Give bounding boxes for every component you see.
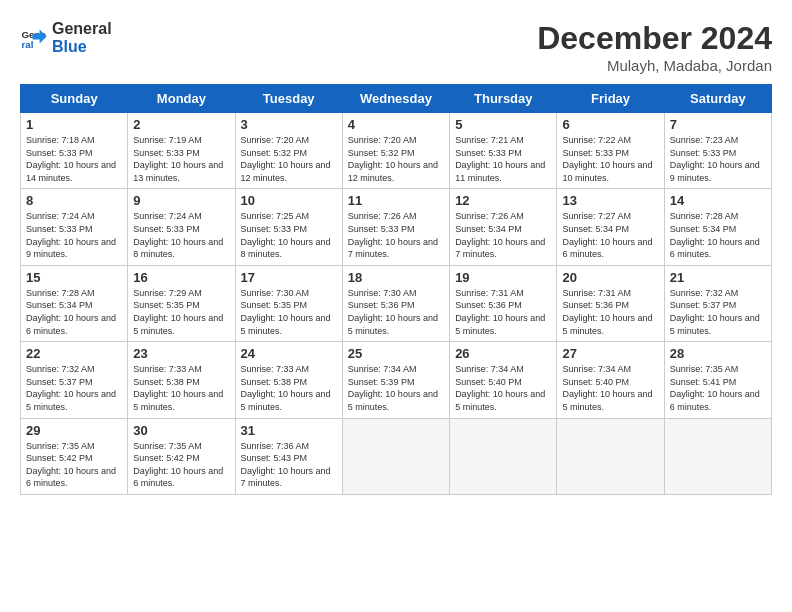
- weekday-header-monday: Monday: [128, 85, 235, 113]
- weekday-header-saturday: Saturday: [664, 85, 771, 113]
- calendar-cell: 12 Sunrise: 7:26 AMSunset: 5:34 PMDaylig…: [450, 189, 557, 265]
- weekday-header-friday: Friday: [557, 85, 664, 113]
- day-number: 9: [133, 193, 229, 208]
- calendar-cell: 5 Sunrise: 7:21 AMSunset: 5:33 PMDayligh…: [450, 113, 557, 189]
- day-info: Sunrise: 7:33 AMSunset: 5:38 PMDaylight:…: [133, 363, 229, 413]
- calendar-cell: 26 Sunrise: 7:34 AMSunset: 5:40 PMDaylig…: [450, 342, 557, 418]
- calendar-cell: [450, 418, 557, 494]
- day-number: 11: [348, 193, 444, 208]
- logo-line1: General: [52, 20, 112, 38]
- day-number: 25: [348, 346, 444, 361]
- day-number: 1: [26, 117, 122, 132]
- day-info: Sunrise: 7:24 AMSunset: 5:33 PMDaylight:…: [133, 210, 229, 260]
- day-info: Sunrise: 7:28 AMSunset: 5:34 PMDaylight:…: [670, 210, 766, 260]
- svg-text:ral: ral: [21, 38, 33, 49]
- day-info: Sunrise: 7:23 AMSunset: 5:33 PMDaylight:…: [670, 134, 766, 184]
- calendar-cell: 6 Sunrise: 7:22 AMSunset: 5:33 PMDayligh…: [557, 113, 664, 189]
- day-info: Sunrise: 7:24 AMSunset: 5:33 PMDaylight:…: [26, 210, 122, 260]
- day-info: Sunrise: 7:26 AMSunset: 5:33 PMDaylight:…: [348, 210, 444, 260]
- calendar-cell: 14 Sunrise: 7:28 AMSunset: 5:34 PMDaylig…: [664, 189, 771, 265]
- day-info: Sunrise: 7:33 AMSunset: 5:38 PMDaylight:…: [241, 363, 337, 413]
- day-number: 8: [26, 193, 122, 208]
- day-number: 27: [562, 346, 658, 361]
- calendar-cell: 27 Sunrise: 7:34 AMSunset: 5:40 PMDaylig…: [557, 342, 664, 418]
- day-info: Sunrise: 7:28 AMSunset: 5:34 PMDaylight:…: [26, 287, 122, 337]
- calendar-cell: 30 Sunrise: 7:35 AMSunset: 5:42 PMDaylig…: [128, 418, 235, 494]
- day-info: Sunrise: 7:31 AMSunset: 5:36 PMDaylight:…: [455, 287, 551, 337]
- day-info: Sunrise: 7:30 AMSunset: 5:35 PMDaylight:…: [241, 287, 337, 337]
- calendar-cell: 11 Sunrise: 7:26 AMSunset: 5:33 PMDaylig…: [342, 189, 449, 265]
- calendar-cell: 17 Sunrise: 7:30 AMSunset: 5:35 PMDaylig…: [235, 265, 342, 341]
- day-number: 3: [241, 117, 337, 132]
- day-info: Sunrise: 7:21 AMSunset: 5:33 PMDaylight:…: [455, 134, 551, 184]
- calendar-week-3: 15 Sunrise: 7:28 AMSunset: 5:34 PMDaylig…: [21, 265, 772, 341]
- day-info: Sunrise: 7:27 AMSunset: 5:34 PMDaylight:…: [562, 210, 658, 260]
- calendar-cell: 1 Sunrise: 7:18 AMSunset: 5:33 PMDayligh…: [21, 113, 128, 189]
- page-header: Gene ral General Blue December 2024 Mula…: [20, 20, 772, 74]
- day-info: Sunrise: 7:22 AMSunset: 5:33 PMDaylight:…: [562, 134, 658, 184]
- calendar-cell: 20 Sunrise: 7:31 AMSunset: 5:36 PMDaylig…: [557, 265, 664, 341]
- calendar-cell: 9 Sunrise: 7:24 AMSunset: 5:33 PMDayligh…: [128, 189, 235, 265]
- day-number: 28: [670, 346, 766, 361]
- calendar-cell: [342, 418, 449, 494]
- day-number: 7: [670, 117, 766, 132]
- day-info: Sunrise: 7:34 AMSunset: 5:40 PMDaylight:…: [455, 363, 551, 413]
- logo-line2: Blue: [52, 38, 112, 56]
- day-info: Sunrise: 7:20 AMSunset: 5:32 PMDaylight:…: [241, 134, 337, 184]
- day-number: 5: [455, 117, 551, 132]
- calendar-cell: 3 Sunrise: 7:20 AMSunset: 5:32 PMDayligh…: [235, 113, 342, 189]
- calendar-cell: 7 Sunrise: 7:23 AMSunset: 5:33 PMDayligh…: [664, 113, 771, 189]
- day-number: 19: [455, 270, 551, 285]
- day-info: Sunrise: 7:35 AMSunset: 5:42 PMDaylight:…: [133, 440, 229, 490]
- day-number: 31: [241, 423, 337, 438]
- day-info: Sunrise: 7:34 AMSunset: 5:40 PMDaylight:…: [562, 363, 658, 413]
- day-number: 30: [133, 423, 229, 438]
- calendar-cell: 2 Sunrise: 7:19 AMSunset: 5:33 PMDayligh…: [128, 113, 235, 189]
- day-info: Sunrise: 7:30 AMSunset: 5:36 PMDaylight:…: [348, 287, 444, 337]
- calendar-title: December 2024: [537, 20, 772, 57]
- day-info: Sunrise: 7:35 AMSunset: 5:41 PMDaylight:…: [670, 363, 766, 413]
- day-info: Sunrise: 7:34 AMSunset: 5:39 PMDaylight:…: [348, 363, 444, 413]
- logo: Gene ral General Blue: [20, 20, 112, 55]
- day-info: Sunrise: 7:26 AMSunset: 5:34 PMDaylight:…: [455, 210, 551, 260]
- day-info: Sunrise: 7:31 AMSunset: 5:36 PMDaylight:…: [562, 287, 658, 337]
- calendar-cell: 28 Sunrise: 7:35 AMSunset: 5:41 PMDaylig…: [664, 342, 771, 418]
- calendar-cell: 31 Sunrise: 7:36 AMSunset: 5:43 PMDaylig…: [235, 418, 342, 494]
- day-number: 10: [241, 193, 337, 208]
- calendar-week-1: 1 Sunrise: 7:18 AMSunset: 5:33 PMDayligh…: [21, 113, 772, 189]
- day-info: Sunrise: 7:25 AMSunset: 5:33 PMDaylight:…: [241, 210, 337, 260]
- day-info: Sunrise: 7:19 AMSunset: 5:33 PMDaylight:…: [133, 134, 229, 184]
- day-number: 22: [26, 346, 122, 361]
- calendar-cell: 21 Sunrise: 7:32 AMSunset: 5:37 PMDaylig…: [664, 265, 771, 341]
- weekday-header-wednesday: Wednesday: [342, 85, 449, 113]
- calendar-cell: 25 Sunrise: 7:34 AMSunset: 5:39 PMDaylig…: [342, 342, 449, 418]
- day-number: 16: [133, 270, 229, 285]
- day-number: 29: [26, 423, 122, 438]
- calendar-cell: [664, 418, 771, 494]
- calendar-cell: 13 Sunrise: 7:27 AMSunset: 5:34 PMDaylig…: [557, 189, 664, 265]
- weekday-header-tuesday: Tuesday: [235, 85, 342, 113]
- day-number: 23: [133, 346, 229, 361]
- day-number: 14: [670, 193, 766, 208]
- calendar-week-4: 22 Sunrise: 7:32 AMSunset: 5:37 PMDaylig…: [21, 342, 772, 418]
- day-number: 17: [241, 270, 337, 285]
- day-info: Sunrise: 7:20 AMSunset: 5:32 PMDaylight:…: [348, 134, 444, 184]
- calendar-cell: [557, 418, 664, 494]
- calendar-header-row: SundayMondayTuesdayWednesdayThursdayFrid…: [21, 85, 772, 113]
- day-info: Sunrise: 7:32 AMSunset: 5:37 PMDaylight:…: [26, 363, 122, 413]
- calendar-cell: 22 Sunrise: 7:32 AMSunset: 5:37 PMDaylig…: [21, 342, 128, 418]
- day-info: Sunrise: 7:32 AMSunset: 5:37 PMDaylight:…: [670, 287, 766, 337]
- calendar-cell: 24 Sunrise: 7:33 AMSunset: 5:38 PMDaylig…: [235, 342, 342, 418]
- calendar-cell: 10 Sunrise: 7:25 AMSunset: 5:33 PMDaylig…: [235, 189, 342, 265]
- day-number: 26: [455, 346, 551, 361]
- day-info: Sunrise: 7:29 AMSunset: 5:35 PMDaylight:…: [133, 287, 229, 337]
- day-number: 2: [133, 117, 229, 132]
- calendar-cell: 16 Sunrise: 7:29 AMSunset: 5:35 PMDaylig…: [128, 265, 235, 341]
- day-number: 12: [455, 193, 551, 208]
- logo-icon: Gene ral: [20, 24, 48, 52]
- day-number: 21: [670, 270, 766, 285]
- day-number: 20: [562, 270, 658, 285]
- calendar-cell: 29 Sunrise: 7:35 AMSunset: 5:42 PMDaylig…: [21, 418, 128, 494]
- weekday-header-thursday: Thursday: [450, 85, 557, 113]
- day-number: 24: [241, 346, 337, 361]
